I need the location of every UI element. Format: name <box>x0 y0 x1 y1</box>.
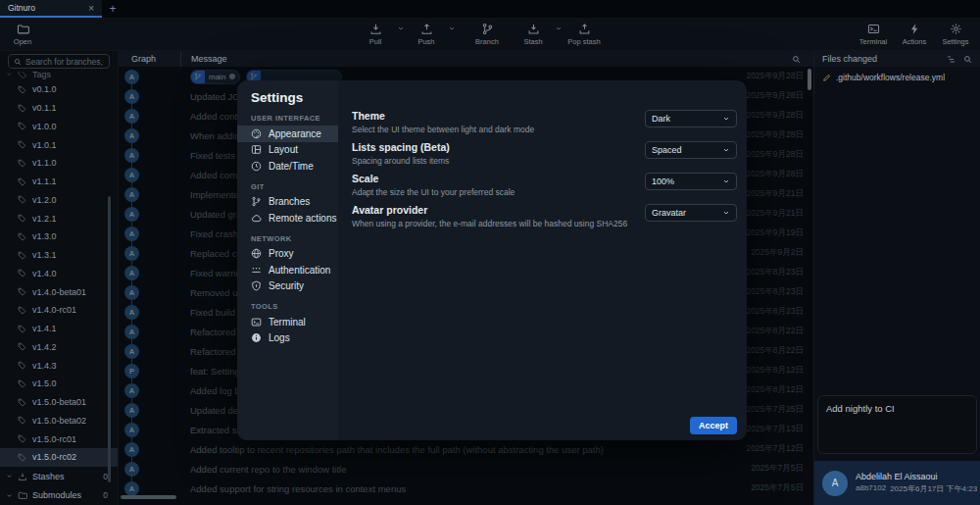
tag-label: v1.4.0-beta01 <box>32 287 86 297</box>
stash-button[interactable]: Stash <box>516 23 550 46</box>
settings-nav-label: Remote actions <box>269 213 336 224</box>
pull-dropdown-icon[interactable] <box>397 25 405 32</box>
commit-message-box[interactable]: Add nightly to CI <box>817 395 977 454</box>
stash-label: Stash <box>523 37 542 46</box>
files-search-icon[interactable] <box>963 55 972 64</box>
group-count: 0 <box>103 490 108 500</box>
sidebar-item-tag-v1-0-1[interactable]: v1.0.1 <box>0 135 118 154</box>
sidebar-item-tag-v0-1-0[interactable]: v0.1.0 <box>0 80 118 99</box>
changed-file-row[interactable]: .github/workflows/release.yml <box>814 67 980 88</box>
sidebar-item-tag-v0-1-1[interactable]: v0.1.1 <box>0 99 118 118</box>
sidebar-item-tag-v1-4-0-beta01[interactable]: v1.4.0-beta01 <box>0 282 118 301</box>
tag-icon <box>18 214 26 223</box>
tag-label: v1.4.0-rc01 <box>32 305 76 315</box>
sidebar-item-tag-v1-1-1[interactable]: v1.1.1 <box>0 173 118 191</box>
sidebar-group-stashes[interactable]: Stashes0 <box>0 467 118 486</box>
sidebar-group-submodules[interactable]: Submodules0 <box>0 486 118 505</box>
tag-label: v1.4.1 <box>32 324 57 333</box>
sidebar-item-tag-v1-5-0-beta01[interactable]: v1.5.0-beta01 <box>0 393 118 412</box>
terminal-label: Terminal <box>859 37 887 46</box>
tree-view-icon[interactable] <box>947 55 956 64</box>
sidebar-item-tag-v1-4-2[interactable]: v1.4.2 <box>0 338 118 357</box>
tag-icon <box>18 85 26 94</box>
select-lists-spacing-beta[interactable]: Spaced <box>645 141 737 159</box>
sidebar-item-tag-v1-4-3[interactable]: v1.4.3 <box>0 356 118 375</box>
commit-author-card[interactable]: A Abdelilah El Aissaoui a8b7102 2025年6月1… <box>814 461 980 505</box>
settings-button[interactable]: Settings <box>937 23 974 46</box>
main-toolbar: Open Pull Push Branch Stash <box>0 18 980 51</box>
sidebar-item-tag-v1-5-0-rc02[interactable]: v1.5.0-rc02 <box>0 448 118 467</box>
close-tab-icon[interactable]: × <box>88 3 94 14</box>
sidebar-tags-list: v0.1.0v0.1.1v1.0.0v1.0.1v1.1.0v1.1.1v1.2… <box>0 80 118 467</box>
settings-nav-authentication[interactable]: Authentication <box>237 262 338 278</box>
stash-dropdown-icon[interactable] <box>555 25 563 32</box>
tag-icon <box>18 398 26 407</box>
pull-button[interactable]: Pull <box>359 23 392 46</box>
commit-search-icon[interactable] <box>792 55 813 64</box>
search-input[interactable] <box>25 57 104 67</box>
select-scale[interactable]: 100% <box>645 173 737 190</box>
settings-nav-logs[interactable]: Logs <box>237 330 338 347</box>
sidebar-group-tags[interactable]: Tags <box>0 72 118 80</box>
select-theme[interactable]: Dark <box>645 110 737 127</box>
sidebar-item-tag-v1-3-1[interactable]: v1.3.1 <box>0 246 118 265</box>
actions-button[interactable]: Actions <box>896 23 933 46</box>
info-icon <box>251 332 262 343</box>
option-title: Lists spacing (Beta) <box>352 141 635 153</box>
chevron-down-icon <box>6 473 13 480</box>
settings-nav-terminal[interactable]: Terminal <box>237 314 338 330</box>
settings-nav-layout[interactable]: Layout <box>237 142 338 159</box>
tag-icon <box>18 379 26 388</box>
tag-icon <box>18 177 26 186</box>
sidebar-item-tag-v1-5-0[interactable]: v1.5.0 <box>0 375 118 393</box>
settings-section-label: NETWORK <box>237 227 338 246</box>
push-button[interactable]: Push <box>410 23 443 46</box>
sidebar-item-tag-v1-3-0[interactable]: v1.3.0 <box>0 227 118 246</box>
branch-button[interactable]: Branch <box>470 23 504 46</box>
commit-list-scrollbar[interactable] <box>808 69 811 90</box>
settings-nav-proxy[interactable]: Proxy <box>237 246 338 263</box>
sidebar-item-tag-v1-4-0-rc01[interactable]: v1.4.0-rc01 <box>0 301 118 320</box>
sidebar-item-tag-v1-4-0[interactable]: v1.4.0 <box>0 265 118 283</box>
sidebar-search-box[interactable] <box>8 54 110 69</box>
select-avatar-provider[interactable]: Gravatar <box>645 204 737 222</box>
sidebar-item-tag-v1-1-0[interactable]: v1.1.0 <box>0 154 118 173</box>
settings-nav-label: Date/Time <box>269 161 314 172</box>
push-dropdown-icon[interactable] <box>448 25 456 32</box>
graph-horizontal-scrollbar[interactable] <box>121 495 176 499</box>
accept-button[interactable]: Accept <box>690 417 737 434</box>
option-title: Theme <box>352 110 635 122</box>
settings-nav-label: Proxy <box>269 248 294 259</box>
tag-icon <box>18 287 26 296</box>
tag-label: v1.5.0-rc02 <box>32 452 76 462</box>
sidebar-item-tag-v1-0-0[interactable]: v1.0.0 <box>0 118 118 136</box>
tag-icon <box>18 159 26 168</box>
chevron-down-icon <box>6 492 13 499</box>
settings-nav-security[interactable]: Security <box>237 278 338 295</box>
open-button[interactable]: Open <box>2 21 43 48</box>
repo-tab[interactable]: Gitnuro × <box>0 0 102 18</box>
sidebar-item-tag-v1-5-0-beta02[interactable]: v1.5.0-beta02 <box>0 412 118 430</box>
settings-nav-remote-actions[interactable]: Remote actions <box>237 210 338 227</box>
pop-stash-button[interactable]: Pop stash <box>567 23 601 46</box>
settings-nav-appearance[interactable]: Appearance <box>237 126 338 142</box>
tag-label: v0.1.1 <box>32 103 57 113</box>
sidebar-scrollbar[interactable] <box>108 196 111 482</box>
sidebar-item-tag-v1-2-1[interactable]: v1.2.1 <box>0 209 118 227</box>
new-tab-button[interactable]: + <box>102 0 123 18</box>
setting-option-scale: ScaleAdapt the size the UI to your prefe… <box>352 173 737 197</box>
select-value: 100% <box>652 177 719 186</box>
tag-icon <box>18 416 26 425</box>
select-value: Spaced <box>652 145 719 155</box>
select-value: Gravatar <box>652 208 719 218</box>
terminal-button[interactable]: Terminal <box>855 23 892 46</box>
tag-icon <box>18 361 26 370</box>
sidebar-item-tag-v1-5-0-rc01[interactable]: v1.5.0-rc01 <box>0 429 118 448</box>
settings-nav-branches[interactable]: Branches <box>237 194 338 211</box>
pull-icon <box>369 23 382 35</box>
sidebar: Tags v0.1.0v0.1.1v1.0.0v1.0.1v1.1.0v1.1.… <box>0 51 118 505</box>
settings-nav-date-time[interactable]: Date/Time <box>237 158 338 175</box>
sidebar-item-tag-v1-2-0[interactable]: v1.2.0 <box>0 191 118 210</box>
sidebar-item-tag-v1-4-1[interactable]: v1.4.1 <box>0 320 118 338</box>
tag-label: v1.2.0 <box>32 195 57 205</box>
